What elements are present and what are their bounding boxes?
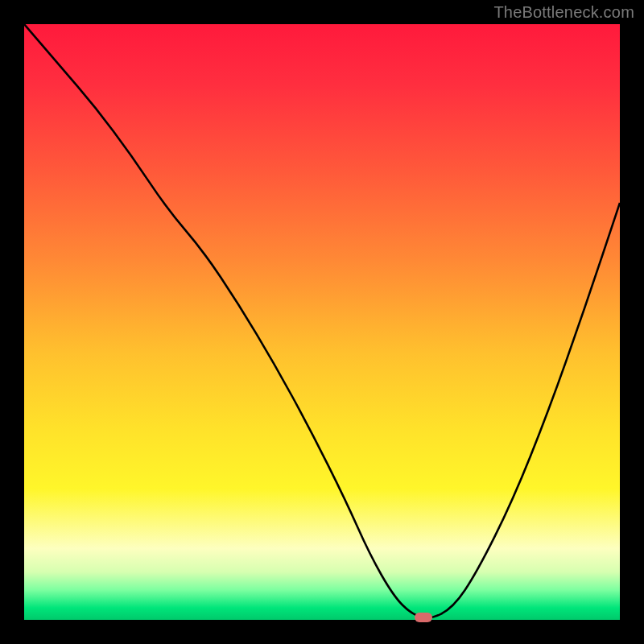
chart-frame: TheBottleneck.com bbox=[0, 0, 644, 644]
bottleneck-curve-path bbox=[24, 24, 620, 618]
plot-area bbox=[24, 24, 620, 620]
optimal-marker bbox=[415, 613, 432, 622]
watermark-text: TheBottleneck.com bbox=[493, 3, 634, 22]
curve-svg bbox=[24, 24, 620, 620]
